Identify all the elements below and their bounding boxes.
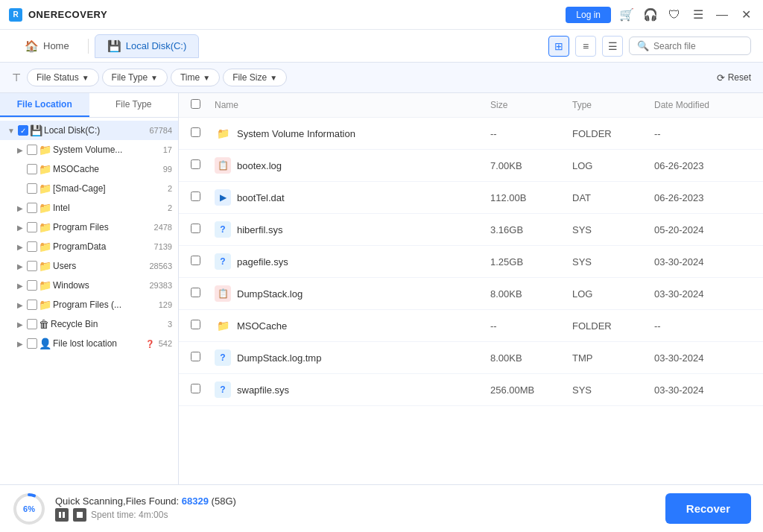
tree-checkbox[interactable] <box>27 203 37 213</box>
row-checkbox[interactable] <box>191 127 215 139</box>
search-input[interactable] <box>653 41 743 51</box>
tab-home[interactable]: 🏠 Home <box>12 34 82 58</box>
recover-button[interactable]: Recover <box>665 493 751 524</box>
file-name: DumpStack.log <box>237 288 303 300</box>
tree-checkbox[interactable] <box>27 338 37 349</box>
tree-item-msocache[interactable]: 📁 MSOCache 99 <box>0 159 178 179</box>
sidebar-tab-file-type[interactable]: File Type <box>89 93 179 117</box>
log-icon: 📋 <box>215 285 231 302</box>
row-size: -- <box>490 128 572 139</box>
tree-item-program-files[interactable]: ▶ 📁 Program Files 2478 <box>0 218 178 237</box>
view-list-button[interactable]: ≡ <box>575 36 596 57</box>
tree-label: [Smad-Cage] <box>53 183 163 194</box>
filter-time[interactable]: Time ▼ <box>171 69 220 86</box>
col-name-header: Name <box>215 100 490 110</box>
status-main: Quick Scanning,Files Found: 68329 (58G) <box>55 495 656 507</box>
row-checkbox[interactable] <box>191 384 215 396</box>
row-size: 8.00KB <box>490 352 572 364</box>
table-row: 📁 MSOCache -- FOLDER -- <box>179 310 763 342</box>
login-button[interactable]: Log in <box>566 7 611 23</box>
tree-count: 7139 <box>154 242 172 251</box>
stop-button[interactable] <box>73 508 86 522</box>
tree-checkbox[interactable] <box>27 164 37 174</box>
spent-time: Spent time: 4m:00s <box>91 510 168 520</box>
tree-checkbox[interactable]: ✓ <box>18 125 28 136</box>
tree-item-windows[interactable]: ▶ 📁 Windows 29383 <box>0 276 178 295</box>
tree-item-program-files-x86[interactable]: ▶ 📁 Program Files (... 129 <box>0 295 178 314</box>
pause-button[interactable] <box>55 508 69 522</box>
reset-button[interactable]: ⟳ Reset <box>717 72 751 83</box>
menu-icon[interactable]: ☰ <box>690 7 706 23</box>
navbar: 🏠 Home 💾 Local Disk(C:) ⊞ ≡ ☰ 🔍 <box>0 30 763 63</box>
recycle-bin-icon: 🗑 <box>39 318 49 330</box>
row-checkbox[interactable] <box>191 159 215 171</box>
folder-icon: 📁 <box>39 144 51 156</box>
status-prefix: Quick Scanning,Files Found: <box>55 495 182 507</box>
filter-file-size[interactable]: File Size ▼ <box>223 69 287 86</box>
tab-local-disk[interactable]: 💾 Local Disk(C:) <box>95 34 200 58</box>
close-icon[interactable]: ✕ <box>738 7 754 23</box>
tree-checkbox[interactable] <box>27 319 37 329</box>
files-size: (58G) <box>212 495 236 507</box>
filter-time-label: Time <box>180 72 200 83</box>
tree-item-system-volume[interactable]: ▶ 📁 System Volume... 17 <box>0 140 178 159</box>
file-name: DumpStack.log.tmp <box>237 352 321 364</box>
search-box: 🔍 <box>629 37 751 55</box>
app-logo: R <box>9 8 22 22</box>
tree-checkbox[interactable] <box>27 183 37 194</box>
row-type: SYS <box>572 224 654 235</box>
app-brand: ONERECOVERY <box>28 9 107 20</box>
tree-count: 67784 <box>149 126 172 135</box>
row-size: 7.00KB <box>490 160 572 171</box>
file-name: hiberfil.sys <box>237 224 282 235</box>
sidebar-tab-file-location[interactable]: File Location <box>0 93 89 117</box>
svg-rect-3 <box>63 512 65 518</box>
tree-item-intel[interactable]: ▶ 📁 Intel 2 <box>0 198 178 218</box>
tree-item-local-disk[interactable]: ▼ ✓ 💾 Local Disk(C:) 67784 <box>0 121 178 140</box>
tree-checkbox[interactable] <box>27 280 37 291</box>
tree-checkbox[interactable] <box>27 261 37 271</box>
tab-home-label: Home <box>43 40 69 51</box>
row-checkbox[interactable] <box>191 224 215 235</box>
row-name: ? pagefile.sys <box>215 253 490 270</box>
tree-checkbox[interactable] <box>27 222 37 232</box>
tree-count: 99 <box>163 165 172 174</box>
view-detail-button[interactable]: ☰ <box>602 36 623 57</box>
row-date: 03-30-2024 <box>654 352 751 364</box>
row-checkbox[interactable] <box>191 288 215 300</box>
tree-checkbox[interactable] <box>27 241 37 252</box>
tree-item-users[interactable]: ▶ 📁 Users 28563 <box>0 256 178 276</box>
table-row: ? hiberfil.sys 3.16GB SYS 05-20-2024 <box>179 214 763 246</box>
tree-checkbox[interactable] <box>27 300 37 310</box>
filter-file-type[interactable]: File Type ▼ <box>102 69 168 86</box>
minimize-icon[interactable]: — <box>714 7 730 23</box>
help-icon[interactable]: ❓ <box>145 340 154 348</box>
folder-icon: 📁 <box>39 202 51 214</box>
table-row: 📋 bootex.log 7.00KB LOG 06-26-2023 <box>179 150 763 182</box>
filter-file-status[interactable]: File Status ▼ <box>27 69 99 86</box>
tree-count: 2478 <box>154 223 172 232</box>
filter-file-type-label: File Type <box>112 72 148 83</box>
row-checkbox[interactable] <box>191 191 215 203</box>
log-icon: 📋 <box>215 157 231 174</box>
status-text: Quick Scanning,Files Found: 68329 (58G) … <box>55 495 656 522</box>
tree-item-programdata[interactable]: ▶ 📁 ProgramData 7139 <box>0 237 178 256</box>
tree-label: Users <box>53 261 145 271</box>
tree-count: 129 <box>159 300 172 309</box>
select-all-checkbox[interactable] <box>191 99 200 109</box>
row-checkbox[interactable] <box>191 352 215 364</box>
row-checkbox[interactable] <box>191 256 215 267</box>
tree-item-file-lost[interactable]: ▶ 👤 File lost location ❓ 542 <box>0 334 178 353</box>
row-checkbox[interactable] <box>191 320 215 332</box>
tree-item-recycle-bin[interactable]: ▶ 🗑 Recycle Bin 3 <box>0 314 178 334</box>
row-name: 📋 DumpStack.log <box>215 285 490 302</box>
tree-item-smad-cage[interactable]: 📁 [Smad-Cage] 2 <box>0 179 178 198</box>
expand-icon <box>15 183 25 194</box>
view-grid-button[interactable]: ⊞ <box>548 36 569 57</box>
cart-icon[interactable]: 🛒 <box>618 7 635 23</box>
headset-icon[interactable]: 🎧 <box>642 7 659 23</box>
search-icon: 🔍 <box>637 40 649 51</box>
tree-checkbox[interactable] <box>27 145 37 155</box>
row-date: 05-20-2024 <box>654 224 751 235</box>
shield-icon[interactable]: 🛡 <box>666 7 683 23</box>
